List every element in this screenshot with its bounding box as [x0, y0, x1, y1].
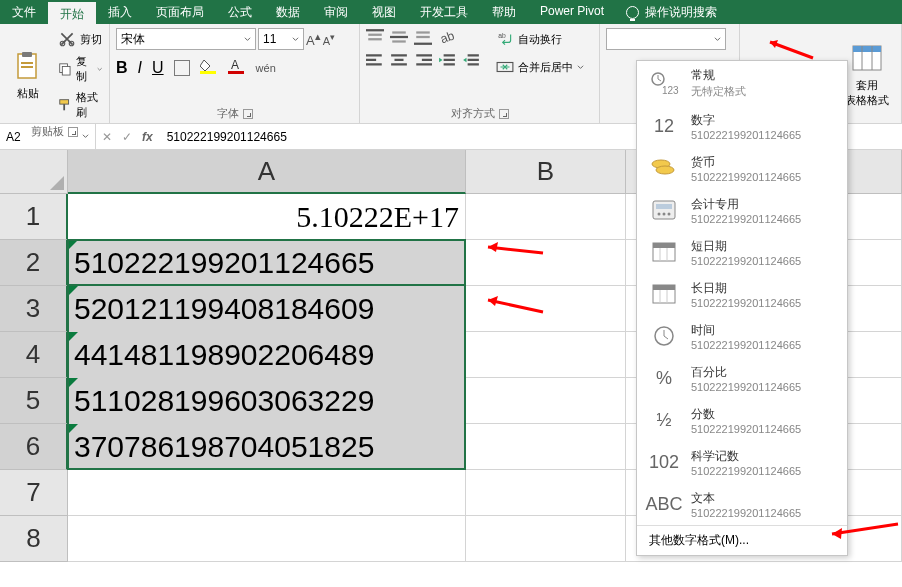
- cut-label: 剪切: [80, 32, 102, 47]
- increase-font-icon[interactable]: A▴: [306, 30, 321, 48]
- format-option-text[interactable]: ABC文本510222199201124665: [637, 483, 847, 525]
- row-header-3[interactable]: 3: [0, 286, 68, 332]
- cell-a1[interactable]: 5.10222E+17: [68, 194, 466, 240]
- align-left-icon[interactable]: [366, 52, 384, 70]
- dialog-launcher-icon[interactable]: [499, 109, 509, 119]
- svg-rect-17: [390, 36, 408, 38]
- row-header-8[interactable]: 8: [0, 516, 68, 562]
- cell-b3[interactable]: [466, 286, 626, 332]
- format-option-number[interactable]: 12数字510222199201124665: [637, 105, 847, 147]
- tab-file[interactable]: 文件: [0, 0, 48, 24]
- decrease-indent-icon[interactable]: [438, 52, 456, 70]
- font-name-value: 宋体: [121, 31, 145, 48]
- tab-developer[interactable]: 开发工具: [408, 0, 480, 24]
- svg-rect-29: [416, 54, 432, 56]
- format-painter-icon: [58, 96, 72, 114]
- orientation-icon[interactable]: ab: [438, 28, 456, 46]
- font-size-combo[interactable]: 11: [258, 28, 304, 50]
- select-all-corner[interactable]: [0, 150, 68, 194]
- underline-button[interactable]: U: [152, 59, 164, 77]
- format-option-long-date[interactable]: 长日期510222199201124665: [637, 273, 847, 315]
- cell-a5[interactable]: 511028199603063229: [68, 378, 466, 424]
- align-center-icon[interactable]: [390, 52, 408, 70]
- svg-rect-16: [392, 31, 406, 33]
- align-top-icon[interactable]: [366, 28, 384, 46]
- format-option-time[interactable]: 时间510222199201124665: [637, 315, 847, 357]
- tab-home[interactable]: 开始: [48, 0, 96, 24]
- format-option-short-date[interactable]: 短日期510222199201124665: [637, 231, 847, 273]
- cell-a6[interactable]: 370786198704051825: [68, 424, 466, 470]
- row-header-4[interactable]: 4: [0, 332, 68, 378]
- tab-view[interactable]: 视图: [360, 0, 408, 24]
- row-header-6[interactable]: 6: [0, 424, 68, 470]
- more-number-formats[interactable]: 其他数字格式(M)...: [637, 525, 847, 555]
- format-option-general[interactable]: 123常规无特定格式: [637, 61, 847, 105]
- svg-rect-37: [468, 63, 479, 65]
- decrease-font-icon[interactable]: A▾: [323, 31, 335, 47]
- row-header-2[interactable]: 2: [0, 240, 68, 286]
- cell-a2[interactable]: 510222199201124665: [68, 240, 466, 286]
- number-format-dropdown: 123常规无特定格式12数字510222199201124665货币510222…: [636, 60, 848, 556]
- increase-indent-icon[interactable]: [462, 52, 480, 70]
- copy-button[interactable]: 复制: [54, 52, 106, 86]
- italic-button[interactable]: I: [138, 59, 142, 77]
- cell-b6[interactable]: [466, 424, 626, 470]
- accept-formula-button[interactable]: ✓: [122, 130, 132, 144]
- row-header-7[interactable]: 7: [0, 470, 68, 516]
- align-middle-icon[interactable]: [390, 28, 408, 46]
- font-color-button[interactable]: A: [228, 58, 246, 78]
- format-option-accounting[interactable]: 会计专用510222199201124665: [637, 189, 847, 231]
- tab-data[interactable]: 数据: [264, 0, 312, 24]
- format-option-currency[interactable]: 货币510222199201124665: [637, 147, 847, 189]
- format-option-percent[interactable]: %百分比510222199201124665: [637, 357, 847, 399]
- cell-a8[interactable]: [68, 516, 466, 562]
- align-right-icon[interactable]: [414, 52, 432, 70]
- tab-powerpivot[interactable]: Power Pivot: [528, 0, 616, 24]
- bold-button[interactable]: B: [116, 59, 128, 77]
- tab-formulas[interactable]: 公式: [216, 0, 264, 24]
- col-header-b[interactable]: B: [466, 150, 626, 194]
- border-button[interactable]: [174, 60, 190, 76]
- format-option-fraction[interactable]: ½分数510222199201124665: [637, 399, 847, 441]
- cell-b4[interactable]: [466, 332, 626, 378]
- paste-button[interactable]: 粘贴: [6, 28, 50, 122]
- cell-b2[interactable]: [466, 240, 626, 286]
- format-name: 长日期: [691, 280, 801, 297]
- cell-a7[interactable]: [68, 470, 466, 516]
- cell-a3[interactable]: 520121199408184609: [68, 286, 466, 332]
- cancel-formula-button[interactable]: ✕: [102, 130, 112, 144]
- number-format-combo[interactable]: [606, 28, 726, 50]
- row-header-5[interactable]: 5: [0, 378, 68, 424]
- cell-b5[interactable]: [466, 378, 626, 424]
- format-painter-button[interactable]: 格式刷: [54, 88, 106, 122]
- cell-b8[interactable]: [466, 516, 626, 562]
- svg-rect-23: [366, 54, 382, 56]
- svg-rect-18: [392, 40, 406, 42]
- cell-a4[interactable]: 441481198902206489: [68, 332, 466, 378]
- dialog-launcher-icon[interactable]: [68, 127, 78, 137]
- col-header-a[interactable]: A: [68, 150, 466, 194]
- tab-insert[interactable]: 插入: [96, 0, 144, 24]
- insert-function-button[interactable]: fx: [142, 130, 153, 144]
- format-name: 百分比: [691, 364, 801, 381]
- tell-me[interactable]: 操作说明搜索: [616, 0, 727, 24]
- fill-color-button[interactable]: [200, 58, 218, 78]
- row-header-1[interactable]: 1: [0, 194, 68, 240]
- cut-button[interactable]: 剪切: [54, 28, 106, 50]
- dialog-launcher-icon[interactable]: [243, 109, 253, 119]
- tab-help[interactable]: 帮助: [480, 0, 528, 24]
- wrap-text-button[interactable]: ab 自动换行: [492, 28, 588, 50]
- chevron-down-icon: [82, 133, 89, 140]
- align-bottom-icon[interactable]: [414, 28, 432, 46]
- format-option-scientific[interactable]: 102科学记数510222199201124665: [637, 441, 847, 483]
- tab-review[interactable]: 审阅: [312, 0, 360, 24]
- phonetic-button[interactable]: wén: [256, 62, 276, 74]
- name-box[interactable]: A2: [0, 124, 96, 149]
- cell-b1[interactable]: [466, 194, 626, 240]
- font-name-combo[interactable]: 宋体: [116, 28, 256, 50]
- font-size-value: 11: [263, 32, 276, 46]
- error-indicator-icon: [68, 424, 78, 434]
- merge-center-button[interactable]: 合并后居中: [492, 56, 588, 78]
- tab-page-layout[interactable]: 页面布局: [144, 0, 216, 24]
- cell-b7[interactable]: [466, 470, 626, 516]
